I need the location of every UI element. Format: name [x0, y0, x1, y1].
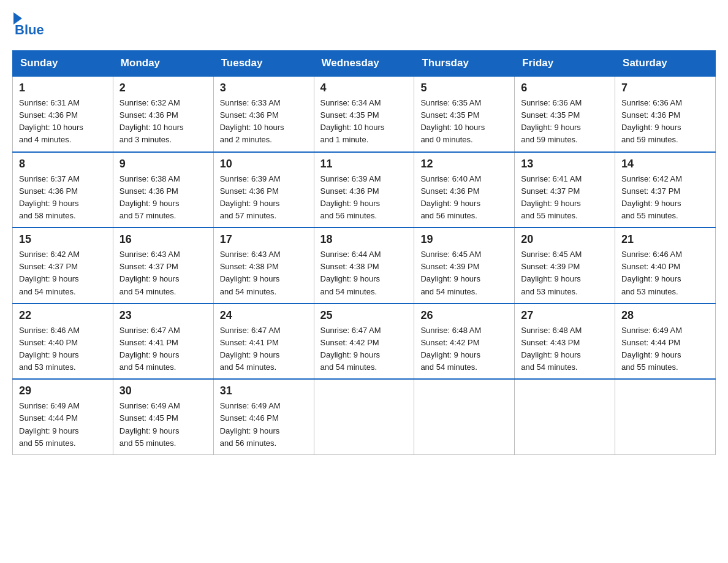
day-info: Sunrise: 6:31 AM Sunset: 4:36 PM Dayligh… [19, 97, 107, 147]
day-number: 20 [521, 233, 609, 246]
day-info: Sunrise: 6:40 AM Sunset: 4:36 PM Dayligh… [420, 173, 508, 223]
calendar-cell: 26 Sunrise: 6:48 AM Sunset: 4:42 PM Dayl… [414, 304, 515, 380]
day-number: 7 [621, 82, 709, 94]
calendar-cell: 28 Sunrise: 6:49 AM Sunset: 4:44 PM Dayl… [615, 304, 716, 380]
day-info: Sunrise: 6:36 AM Sunset: 4:36 PM Dayligh… [621, 97, 709, 147]
day-info: Sunrise: 6:42 AM Sunset: 4:37 PM Dayligh… [621, 173, 709, 223]
weekday-header-tuesday: Tuesday [213, 51, 314, 77]
calendar-week-row: 8 Sunrise: 6:37 AM Sunset: 4:36 PM Dayli… [13, 152, 716, 228]
calendar-cell [314, 379, 414, 454]
day-info: Sunrise: 6:45 AM Sunset: 4:39 PM Dayligh… [521, 248, 609, 298]
day-info: Sunrise: 6:42 AM Sunset: 4:37 PM Dayligh… [19, 248, 107, 298]
calendar-cell: 5 Sunrise: 6:35 AM Sunset: 4:35 PM Dayli… [414, 76, 515, 152]
calendar-week-row: 15 Sunrise: 6:42 AM Sunset: 4:37 PM Dayl… [13, 228, 716, 304]
day-info: Sunrise: 6:48 AM Sunset: 4:42 PM Dayligh… [420, 324, 508, 374]
day-info: Sunrise: 6:44 AM Sunset: 4:38 PM Dayligh… [320, 248, 408, 298]
day-info: Sunrise: 6:49 AM Sunset: 4:44 PM Dayligh… [621, 324, 709, 374]
day-number: 30 [119, 385, 207, 397]
day-info: Sunrise: 6:43 AM Sunset: 4:38 PM Dayligh… [220, 248, 308, 298]
day-info: Sunrise: 6:43 AM Sunset: 4:37 PM Dayligh… [119, 248, 207, 298]
day-number: 31 [220, 385, 308, 397]
day-number: 6 [521, 82, 609, 94]
day-number: 1 [19, 82, 107, 94]
day-number: 3 [220, 82, 308, 94]
calendar-cell: 13 Sunrise: 6:41 AM Sunset: 4:37 PM Dayl… [515, 152, 615, 228]
day-info: Sunrise: 6:39 AM Sunset: 4:36 PM Dayligh… [220, 173, 308, 223]
calendar-week-row: 29 Sunrise: 6:49 AM Sunset: 4:44 PM Dayl… [13, 379, 716, 454]
calendar-cell: 10 Sunrise: 6:39 AM Sunset: 4:36 PM Dayl… [213, 152, 314, 228]
calendar-cell: 4 Sunrise: 6:34 AM Sunset: 4:35 PM Dayli… [314, 76, 414, 152]
day-number: 22 [19, 309, 107, 322]
calendar-cell: 1 Sunrise: 6:31 AM Sunset: 4:36 PM Dayli… [13, 76, 113, 152]
calendar-cell: 22 Sunrise: 6:46 AM Sunset: 4:40 PM Dayl… [13, 304, 113, 380]
day-info: Sunrise: 6:41 AM Sunset: 4:37 PM Dayligh… [521, 173, 609, 223]
day-number: 28 [621, 309, 709, 322]
calendar-cell [414, 379, 515, 454]
day-number: 16 [119, 233, 207, 246]
day-number: 18 [320, 233, 408, 246]
weekday-header-monday: Monday [113, 51, 213, 77]
calendar-cell: 27 Sunrise: 6:48 AM Sunset: 4:43 PM Dayl… [515, 304, 615, 380]
day-number: 17 [220, 233, 308, 246]
calendar-cell: 16 Sunrise: 6:43 AM Sunset: 4:37 PM Dayl… [113, 228, 213, 304]
calendar-cell [515, 379, 615, 454]
day-number: 8 [19, 158, 107, 170]
day-info: Sunrise: 6:48 AM Sunset: 4:43 PM Dayligh… [521, 324, 609, 374]
day-number: 23 [119, 309, 207, 322]
calendar-cell: 9 Sunrise: 6:38 AM Sunset: 4:36 PM Dayli… [113, 152, 213, 228]
calendar-cell: 25 Sunrise: 6:47 AM Sunset: 4:42 PM Dayl… [314, 304, 414, 380]
calendar-cell: 18 Sunrise: 6:44 AM Sunset: 4:38 PM Dayl… [314, 228, 414, 304]
calendar-cell [615, 379, 716, 454]
calendar-week-row: 1 Sunrise: 6:31 AM Sunset: 4:36 PM Dayli… [13, 76, 716, 152]
calendar-cell: 12 Sunrise: 6:40 AM Sunset: 4:36 PM Dayl… [414, 152, 515, 228]
day-info: Sunrise: 6:39 AM Sunset: 4:36 PM Dayligh… [320, 173, 408, 223]
weekday-header-sunday: Sunday [13, 51, 113, 77]
calendar-cell: 20 Sunrise: 6:45 AM Sunset: 4:39 PM Dayl… [515, 228, 615, 304]
day-number: 14 [621, 158, 709, 170]
day-info: Sunrise: 6:37 AM Sunset: 4:36 PM Dayligh… [19, 173, 107, 223]
page-header: Blue [12, 12, 716, 38]
day-info: Sunrise: 6:49 AM Sunset: 4:44 PM Dayligh… [19, 400, 107, 450]
calendar-cell: 31 Sunrise: 6:49 AM Sunset: 4:46 PM Dayl… [213, 379, 314, 454]
calendar-cell: 17 Sunrise: 6:43 AM Sunset: 4:38 PM Dayl… [213, 228, 314, 304]
weekday-header-row: SundayMondayTuesdayWednesdayThursdayFrid… [13, 51, 716, 77]
day-info: Sunrise: 6:47 AM Sunset: 4:41 PM Dayligh… [119, 324, 207, 374]
calendar-cell: 15 Sunrise: 6:42 AM Sunset: 4:37 PM Dayl… [13, 228, 113, 304]
calendar-cell: 8 Sunrise: 6:37 AM Sunset: 4:36 PM Dayli… [13, 152, 113, 228]
day-number: 19 [420, 233, 508, 246]
day-number: 2 [119, 82, 207, 94]
calendar-cell: 29 Sunrise: 6:49 AM Sunset: 4:44 PM Dayl… [13, 379, 113, 454]
day-info: Sunrise: 6:46 AM Sunset: 4:40 PM Dayligh… [621, 248, 709, 298]
day-number: 27 [521, 309, 609, 322]
calendar-cell: 2 Sunrise: 6:32 AM Sunset: 4:36 PM Dayli… [113, 76, 213, 152]
calendar-week-row: 22 Sunrise: 6:46 AM Sunset: 4:40 PM Dayl… [13, 304, 716, 380]
day-info: Sunrise: 6:47 AM Sunset: 4:42 PM Dayligh… [320, 324, 408, 374]
logo-subtitle: Blue [15, 22, 44, 38]
logo: Blue [12, 12, 44, 38]
day-info: Sunrise: 6:46 AM Sunset: 4:40 PM Dayligh… [19, 324, 107, 374]
day-info: Sunrise: 6:32 AM Sunset: 4:36 PM Dayligh… [119, 97, 207, 147]
day-info: Sunrise: 6:49 AM Sunset: 4:45 PM Dayligh… [119, 400, 207, 450]
day-info: Sunrise: 6:45 AM Sunset: 4:39 PM Dayligh… [420, 248, 508, 298]
day-info: Sunrise: 6:36 AM Sunset: 4:35 PM Dayligh… [521, 97, 609, 147]
day-number: 4 [320, 82, 408, 94]
calendar-cell: 7 Sunrise: 6:36 AM Sunset: 4:36 PM Dayli… [615, 76, 716, 152]
calendar-cell: 3 Sunrise: 6:33 AM Sunset: 4:36 PM Dayli… [213, 76, 314, 152]
day-number: 24 [220, 309, 308, 322]
day-info: Sunrise: 6:47 AM Sunset: 4:41 PM Dayligh… [220, 324, 308, 374]
calendar-table: SundayMondayTuesdayWednesdayThursdayFrid… [12, 50, 716, 455]
calendar-cell: 21 Sunrise: 6:46 AM Sunset: 4:40 PM Dayl… [615, 228, 716, 304]
calendar-cell: 19 Sunrise: 6:45 AM Sunset: 4:39 PM Dayl… [414, 228, 515, 304]
weekday-header-thursday: Thursday [414, 51, 515, 77]
day-number: 10 [220, 158, 308, 170]
calendar-cell: 6 Sunrise: 6:36 AM Sunset: 4:35 PM Dayli… [515, 76, 615, 152]
calendar-cell: 11 Sunrise: 6:39 AM Sunset: 4:36 PM Dayl… [314, 152, 414, 228]
weekday-header-friday: Friday [515, 51, 615, 77]
calendar-cell: 24 Sunrise: 6:47 AM Sunset: 4:41 PM Dayl… [213, 304, 314, 380]
day-info: Sunrise: 6:49 AM Sunset: 4:46 PM Dayligh… [220, 400, 308, 450]
weekday-header-wednesday: Wednesday [314, 51, 414, 77]
day-number: 5 [420, 82, 508, 94]
day-number: 12 [420, 158, 508, 170]
weekday-header-saturday: Saturday [615, 51, 716, 77]
day-number: 15 [19, 233, 107, 246]
